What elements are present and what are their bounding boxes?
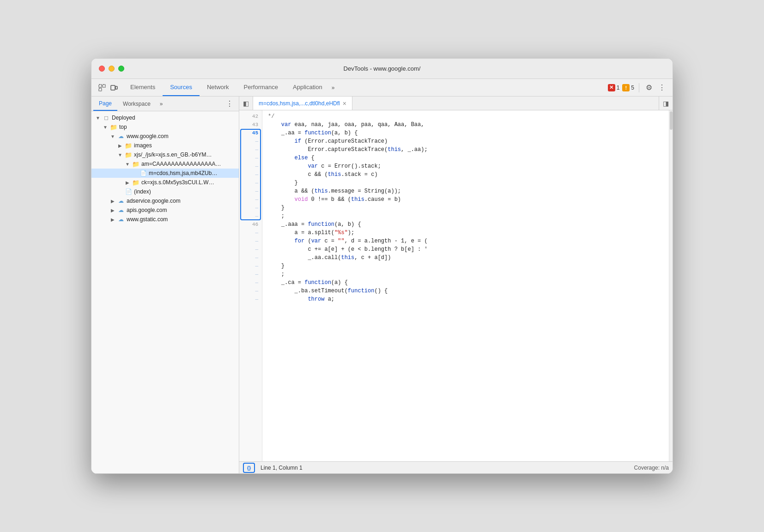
tree-item[interactable]: ▼📁top xyxy=(91,122,239,132)
code-token: function xyxy=(304,278,331,287)
code-token: this xyxy=(315,187,328,195)
code-token: _.aa = xyxy=(268,129,304,137)
tab-elements[interactable]: Elements xyxy=(123,79,163,96)
tree-item[interactable]: ▶📁ck=xjs.s.0Mx5ys3sCUI.L.W… xyxy=(91,178,239,187)
tab-workspace[interactable]: Workspace xyxy=(117,97,156,111)
code-area: 424345——————————46————————— */ var eaa, … xyxy=(239,110,673,461)
code-token: a = a.split( xyxy=(268,229,334,237)
svg-rect-3 xyxy=(111,85,115,90)
code-line: else { xyxy=(268,154,663,162)
code-token: function xyxy=(308,220,334,229)
code-token xyxy=(268,237,295,245)
line-number: — xyxy=(239,162,262,170)
more-tabs-button[interactable]: » xyxy=(330,79,337,96)
line-number: — xyxy=(239,295,262,303)
code-line: } xyxy=(268,204,663,212)
code-token: } xyxy=(268,179,298,187)
tree-item[interactable]: ▶☁www.gstatic.com xyxy=(91,215,239,224)
code-token: ( xyxy=(304,237,311,245)
code-token: .stack = c) xyxy=(341,170,377,179)
code-token: eaa, naa, jaa, oaa, paa, qaa, Aaa, Baa, xyxy=(291,121,424,129)
tab-sources[interactable]: Sources xyxy=(163,79,200,96)
panel-menu-button[interactable]: ⋮ xyxy=(222,97,237,111)
code-token: "" xyxy=(338,237,344,245)
tree-item[interactable]: ▶☁adservice.google.com xyxy=(91,196,239,206)
tree-item[interactable]: ▼📁xjs/_/js/k=xjs.s.en_GB.-b6YM… xyxy=(91,150,239,159)
line-number: — xyxy=(239,229,262,237)
code-token: ; xyxy=(268,212,285,220)
line-numbers: 424345——————————46————————— xyxy=(239,110,262,461)
line-number: — xyxy=(239,187,262,195)
code-line: var eaa, naa, jaa, oaa, paa, qaa, Aaa, B… xyxy=(268,121,663,129)
coverage-status: Coverage: n/a xyxy=(634,465,669,471)
code-line: Error.captureStackTrace(this, _.aa); xyxy=(268,145,663,154)
code-token: () { xyxy=(374,287,388,295)
scrollbar-thumb[interactable] xyxy=(670,111,673,130)
toolbar-right: ✕ 1 ! 5 ⚙ ⋮ xyxy=(604,79,671,96)
code-token: var xyxy=(311,237,321,245)
svg-rect-2 xyxy=(99,88,102,91)
tab-network[interactable]: Network xyxy=(200,79,236,96)
tree-arrow: ▶ xyxy=(125,180,130,185)
inspect-element-icon[interactable] xyxy=(97,83,107,93)
format-button[interactable]: {} xyxy=(243,463,255,473)
tab-application[interactable]: Application xyxy=(285,79,330,96)
code-token: , c + a[d]) xyxy=(354,254,391,262)
tree-item-label: www.gstatic.com xyxy=(127,216,168,223)
code-line: _.aaa = function(a, b) { xyxy=(268,220,663,229)
code-token: throw xyxy=(308,295,324,303)
folder-icon: 📁 xyxy=(132,160,139,168)
code-line: ; xyxy=(268,212,663,220)
code-token: (Error.captureStackTrace) xyxy=(301,137,388,145)
more-panel-tabs-button[interactable]: » xyxy=(156,97,167,111)
line-number: — xyxy=(239,179,262,187)
tree-arrow: ▶ xyxy=(117,143,123,148)
editor-tabs: ◧ m=cdos,hsm,jsa,...c,dtl0hd,eHDfl × ◨ xyxy=(239,97,673,110)
box-icon: ◻ xyxy=(103,114,110,121)
tree-item[interactable]: ▼📁am=CAAAAAAAAAAAAAAAA… xyxy=(91,159,239,169)
code-token: ; xyxy=(268,270,285,278)
tree-item[interactable]: ▼☁www.google.com xyxy=(91,132,239,141)
scrollbar-vertical[interactable] xyxy=(669,110,673,461)
file-icon: 📄 xyxy=(139,169,147,177)
tab-performance[interactable]: Performance xyxy=(236,79,285,96)
code-content[interactable]: */ var eaa, naa, jaa, oaa, paa, qaa, Aaa… xyxy=(262,110,669,461)
editor-tab-active[interactable]: m=cdos,hsm,jsa,...c,dtl0hd,eHDfl × xyxy=(253,97,352,110)
code-line: ; xyxy=(268,270,663,278)
file-plain-icon: 📄 xyxy=(125,188,132,195)
code-token: .cause = b) xyxy=(364,195,401,204)
line-number: — xyxy=(239,170,262,179)
code-token: c += a[e] + (e < b.length ? b[e] : ' xyxy=(268,245,428,254)
tree-item[interactable]: ▶☁apis.google.com xyxy=(91,206,239,215)
line-number: 46 xyxy=(239,220,262,229)
tree-item[interactable]: 📄(index) xyxy=(91,187,239,196)
device-mode-icon[interactable] xyxy=(109,83,119,93)
code-token: this xyxy=(388,145,401,154)
maximize-button[interactable] xyxy=(118,66,124,72)
code-token: var xyxy=(308,162,318,170)
code-line: } xyxy=(268,262,663,270)
close-button[interactable] xyxy=(99,66,105,72)
tree-arrow: ▼ xyxy=(103,124,108,130)
tree-item[interactable]: ▶📁images xyxy=(91,141,239,150)
sidebar-toggle-button[interactable]: ◧ xyxy=(239,97,253,110)
tree-item-label: adservice.google.com xyxy=(127,198,181,204)
code-token: _.aaa = xyxy=(268,220,308,229)
minimize-button[interactable] xyxy=(109,66,115,72)
right-panel: ◧ m=cdos,hsm,jsa,...c,dtl0hd,eHDfl × ◨ 4… xyxy=(239,97,673,473)
tree-item[interactable]: ▼◻Deployed xyxy=(91,113,239,122)
tree-item-label: Deployed xyxy=(112,115,135,121)
code-token: if xyxy=(295,137,301,145)
more-options-icon[interactable]: ⋮ xyxy=(657,83,667,93)
settings-icon[interactable]: ⚙ xyxy=(644,83,654,93)
devtools-panel: Elements Sources Network Performance App… xyxy=(91,79,673,473)
svg-rect-4 xyxy=(115,86,117,89)
editor-collapse-button[interactable]: ◨ xyxy=(659,97,673,110)
tab-page[interactable]: Page xyxy=(93,97,117,111)
editor-tab-close-button[interactable]: × xyxy=(343,100,346,107)
code-token xyxy=(268,162,308,170)
tree-item[interactable]: 📄m=cdos,hsm,jsa,mb4ZUb… xyxy=(91,169,239,178)
error-count: 1 xyxy=(617,85,620,91)
code-token: (a) { xyxy=(331,278,348,287)
code-token: a; xyxy=(324,295,334,303)
